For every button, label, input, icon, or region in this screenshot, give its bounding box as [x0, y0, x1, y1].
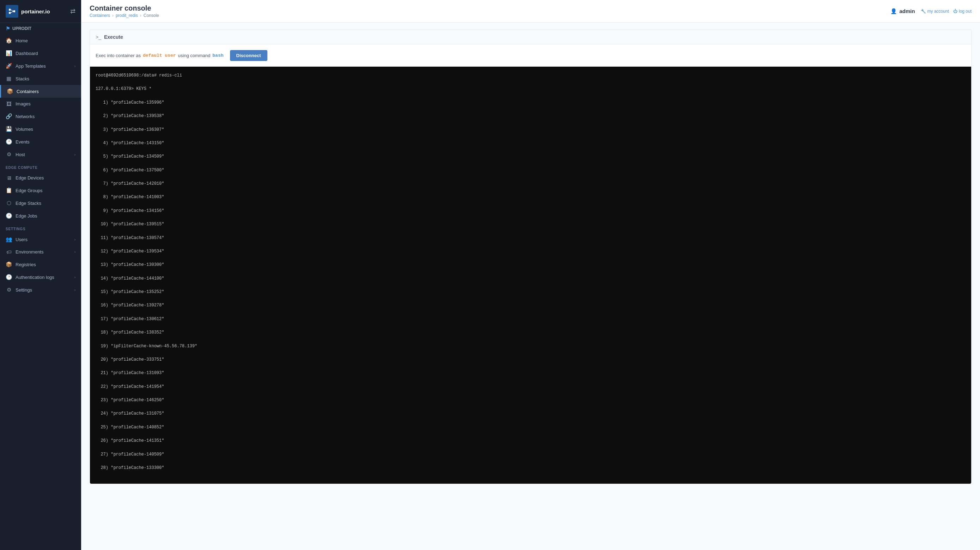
execute-panel: >_ Execute Exec into container as defaul…: [90, 30, 972, 484]
settings-icon: ⚙: [6, 287, 12, 293]
main-content: Container console Containers › prodit_re…: [81, 0, 980, 550]
my-account-link[interactable]: 🔧 my account: [921, 9, 949, 14]
terminal[interactable]: root@4692d6510698:/data# redis-cli 127.0…: [90, 67, 971, 484]
sidebar-item-label: Edge Stacks: [16, 201, 41, 206]
header-user: 👤 admin 🔧 my account ⏻ log out: [890, 8, 972, 14]
user-actions: 🔧 my account ⏻ log out: [921, 9, 972, 14]
sidebar-item-app-templates[interactable]: 🚀 App Templates ›: [0, 60, 81, 72]
chevron-right-icon: ›: [75, 238, 75, 241]
breadcrumb-sep: ›: [140, 13, 142, 18]
sidebar-item-label: Images: [16, 101, 31, 106]
panel-title: Execute: [104, 34, 123, 40]
sidebar: portainer.io ⇄ ⚑ UPRODIT 🏠 Home 📊 Dashbo…: [0, 0, 81, 550]
sidebar-item-containers[interactable]: 📦 Containers: [0, 85, 81, 98]
stacks-icon: ▦: [6, 75, 12, 82]
home-icon: 🏠: [6, 37, 12, 44]
dashboard-icon: 📊: [6, 50, 12, 56]
sidebar-item-edge-devices[interactable]: 🖥 Edge Devices: [0, 172, 81, 184]
chevron-right-icon: ›: [75, 250, 75, 254]
users-icon: 👥: [6, 236, 12, 243]
log-out-link[interactable]: ⏻ log out: [953, 9, 972, 14]
sidebar-item-label: Settings: [16, 287, 32, 293]
exec-panel-body: Exec into container as default user usin…: [90, 44, 971, 67]
exec-info: Exec into container as default user usin…: [95, 50, 966, 61]
execute-icon: >_: [95, 34, 101, 40]
sidebar-nav: 🏠 Home 📊 Dashboard 🚀 App Templates › ▦ S…: [0, 34, 81, 161]
edge-groups-icon: 📋: [6, 187, 12, 193]
svg-rect-1: [9, 9, 11, 11]
env-icon: ⚑: [6, 26, 10, 32]
sidebar-item-label: Users: [16, 237, 27, 242]
edge-devices-icon: 🖥: [6, 175, 12, 181]
sidebar-item-users[interactable]: 👥 Users ›: [0, 233, 81, 246]
user-avatar-icon: 👤: [890, 8, 897, 14]
page-title: Container console: [90, 4, 159, 12]
sidebar-item-label: Authentication logs: [16, 275, 54, 280]
panel-header: >_ Execute: [90, 30, 971, 44]
breadcrumb-sep: ›: [112, 13, 114, 18]
content-area: >_ Execute Exec into container as defaul…: [81, 22, 980, 550]
sidebar-item-settings[interactable]: ⚙ Settings ›: [0, 284, 81, 296]
sidebar-item-label: Events: [16, 139, 30, 144]
header: Container console Containers › prodit_re…: [81, 0, 980, 22]
sidebar-item-stacks[interactable]: ▦ Stacks: [0, 72, 81, 85]
sidebar-item-label: App Templates: [16, 63, 46, 69]
images-icon: 🖼: [6, 101, 12, 107]
exec-command: bash: [212, 53, 223, 58]
sidebar-item-edge-groups[interactable]: 📋 Edge Groups: [0, 184, 81, 197]
sidebar-item-label: Edge Devices: [16, 175, 44, 181]
chevron-right-icon: ›: [75, 64, 75, 68]
breadcrumb-containers[interactable]: Containers: [90, 13, 110, 18]
breadcrumb-container-name[interactable]: prodit_redis: [116, 13, 138, 18]
registries-icon: 📦: [6, 261, 12, 268]
sidebar-item-registries[interactable]: 📦 Registries: [0, 258, 81, 271]
sidebar-item-edge-stacks[interactable]: ⬡ Edge Stacks: [0, 197, 81, 209]
sidebar-item-label: Home: [16, 38, 28, 43]
env-badge: ⚑ UPRODIT: [0, 23, 81, 34]
svg-rect-3: [13, 10, 15, 12]
header-left: Container console Containers › prodit_re…: [90, 4, 159, 18]
auth-logs-icon: 🕐: [6, 274, 12, 280]
volumes-icon: 💾: [6, 126, 12, 132]
sidebar-item-edge-jobs[interactable]: 🕐 Edge Jobs: [0, 209, 81, 222]
svg-rect-2: [9, 12, 11, 14]
chevron-right-icon: ›: [75, 153, 75, 157]
sidebar-toggle-icon[interactable]: ⇄: [70, 7, 75, 15]
sidebar-item-images[interactable]: 🖼 Images: [0, 98, 81, 110]
containers-icon: 📦: [7, 88, 13, 95]
exec-user: default user: [143, 53, 176, 58]
sidebar-item-label: Dashboard: [16, 51, 38, 56]
sidebar-item-label: Volumes: [16, 127, 33, 132]
sidebar-item-label: Environments: [16, 249, 43, 255]
sidebar-item-volumes[interactable]: 💾 Volumes: [0, 123, 81, 135]
sidebar-item-auth-logs[interactable]: 🕐 Authentication logs ›: [0, 271, 81, 284]
events-icon: 🕐: [6, 139, 12, 145]
breadcrumb-current: Console: [143, 13, 159, 18]
sidebar-item-label: Host: [16, 152, 25, 157]
settings-section-label: SETTINGS: [0, 222, 81, 233]
edge-stacks-icon: ⬡: [6, 200, 12, 206]
sidebar-item-label: Edge Groups: [16, 188, 43, 193]
networks-icon: 🔗: [6, 113, 12, 119]
sidebar-item-home[interactable]: 🏠 Home: [0, 34, 81, 47]
logo: portainer.io: [6, 5, 50, 17]
sidebar-item-label: Stacks: [16, 76, 29, 81]
sidebar-item-events[interactable]: 🕐 Events: [0, 135, 81, 148]
edge-compute-section-label: EDGE COMPUTE: [0, 161, 81, 172]
sidebar-item-dashboard[interactable]: 📊 Dashboard: [0, 47, 81, 60]
chevron-right-icon: ›: [75, 288, 75, 292]
user-name: 👤 admin: [890, 8, 915, 14]
sidebar-logo: portainer.io ⇄: [0, 0, 81, 23]
svg-rect-0: [6, 5, 18, 17]
sidebar-item-environments[interactable]: 🏷 Environments ›: [0, 246, 81, 258]
chevron-right-icon: ›: [75, 275, 75, 279]
sidebar-item-host[interactable]: ⚙ Host ›: [0, 148, 81, 161]
disconnect-button[interactable]: Disconnect: [230, 50, 267, 61]
sidebar-item-label: Networks: [16, 114, 35, 119]
sidebar-item-label: Edge Jobs: [16, 213, 37, 219]
sidebar-item-networks[interactable]: 🔗 Networks: [0, 110, 81, 123]
environments-icon: 🏷: [6, 249, 12, 255]
host-icon: ⚙: [6, 151, 12, 158]
edge-jobs-icon: 🕐: [6, 212, 12, 219]
account-icon: 🔧: [921, 9, 926, 14]
